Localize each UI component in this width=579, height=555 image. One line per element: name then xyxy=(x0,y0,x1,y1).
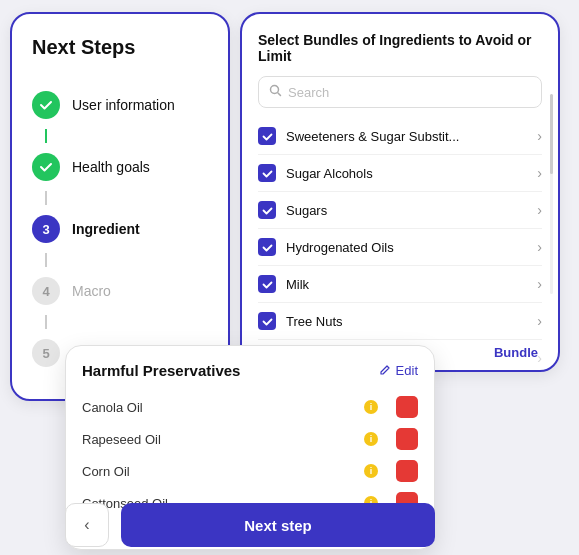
search-box[interactable]: Search xyxy=(258,76,542,108)
ingredient-row-1: Rapeseed Oil i xyxy=(82,423,418,455)
step-row-3: 3 Ingredient xyxy=(32,205,208,253)
bundle-checkbox-2[interactable] xyxy=(258,201,276,219)
chevron-icon-1: › xyxy=(537,165,542,181)
ingredient-badge-2 xyxy=(396,460,418,482)
bundle-item-0[interactable]: Sweeteners & Sugar Substit... › xyxy=(258,118,542,155)
scrollbar-thumb[interactable] xyxy=(550,94,553,174)
bundles-card: Select Bundles of Ingredients to Avoid o… xyxy=(240,12,560,372)
bundle-item-2[interactable]: Sugars › xyxy=(258,192,542,229)
bundle-checkbox-4[interactable] xyxy=(258,275,276,293)
ingredient-row-2: Corn Oil i xyxy=(82,455,418,487)
edit-button[interactable]: Edit xyxy=(378,363,418,378)
ingredient-badge-0 xyxy=(396,396,418,418)
info-icon-2: i xyxy=(364,464,378,478)
search-icon xyxy=(269,84,282,100)
chevron-icon-0: › xyxy=(537,128,542,144)
back-button[interactable]: ‹ xyxy=(65,503,109,547)
step-label-1: User information xyxy=(72,97,175,113)
next-step-button[interactable]: Next step xyxy=(121,503,435,547)
step-label-4: Macro xyxy=(72,283,111,299)
scrollbar-track[interactable] xyxy=(550,94,553,294)
bundle-name-3: Hydrogenated Oils xyxy=(286,240,527,255)
step-row-2: Health goals xyxy=(32,143,208,191)
next-steps-title: Next Steps xyxy=(32,36,208,59)
preservatives-header: Harmful Preservatives Edit xyxy=(82,362,418,379)
svg-point-0 xyxy=(271,86,279,94)
bundle-item-4[interactable]: Milk › xyxy=(258,266,542,303)
step-icon-3: 3 xyxy=(32,215,60,243)
step-icon-2 xyxy=(32,153,60,181)
bundle-name-5: Tree Nuts xyxy=(286,314,527,329)
ingredient-name-0: Canola Oil xyxy=(82,400,358,415)
bundle-item-1[interactable]: Sugar Alcohols › xyxy=(258,155,542,192)
bundle-item-5[interactable]: Tree Nuts › xyxy=(258,303,542,340)
chevron-icon-4: › xyxy=(537,276,542,292)
bottom-navigation: ‹ Next step xyxy=(65,503,435,547)
bundles-title: Select Bundles of Ingredients to Avoid o… xyxy=(258,32,542,64)
ingredient-name-2: Corn Oil xyxy=(82,464,358,479)
bundle-item-3[interactable]: Hydrogenated Oils › xyxy=(258,229,542,266)
ingredient-badge-1 xyxy=(396,428,418,450)
bundle-name-4: Milk xyxy=(286,277,527,292)
step-icon-4: 4 xyxy=(32,277,60,305)
bundle-checkbox-1[interactable] xyxy=(258,164,276,182)
bundle-name-1: Sugar Alcohols xyxy=(286,166,527,181)
chevron-icon-5: › xyxy=(537,313,542,329)
info-icon-1: i xyxy=(364,432,378,446)
next-steps-card: Next Steps User information Health goals xyxy=(10,12,230,401)
bundle-checkbox-0[interactable] xyxy=(258,127,276,145)
bundle-checkbox-5[interactable] xyxy=(258,312,276,330)
step-icon-5: 5 xyxy=(32,339,60,367)
step-row-1: User information xyxy=(32,81,208,129)
search-placeholder: Search xyxy=(288,85,329,100)
bundle-checkbox-3[interactable] xyxy=(258,238,276,256)
ingredient-name-1: Rapeseed Oil xyxy=(82,432,358,447)
preservatives-title: Harmful Preservatives xyxy=(82,362,240,379)
bundle-name-0: Sweeteners & Sugar Substit... xyxy=(286,129,527,144)
step-label-2: Health goals xyxy=(72,159,150,175)
step-icon-1 xyxy=(32,91,60,119)
chevron-icon-3: › xyxy=(537,239,542,255)
edit-label: Edit xyxy=(396,363,418,378)
info-icon-0: i xyxy=(364,400,378,414)
step-label-3: Ingredient xyxy=(72,221,140,237)
ingredient-row-0: Canola Oil i xyxy=(82,391,418,423)
chevron-icon-2: › xyxy=(537,202,542,218)
bundle-name-2: Sugars xyxy=(286,203,527,218)
edit-icon xyxy=(378,364,391,377)
chevron-icon-6: › xyxy=(537,350,542,366)
step-row-4: 4 Macro xyxy=(32,267,208,315)
bundle-link[interactable]: Bundle xyxy=(494,345,538,360)
